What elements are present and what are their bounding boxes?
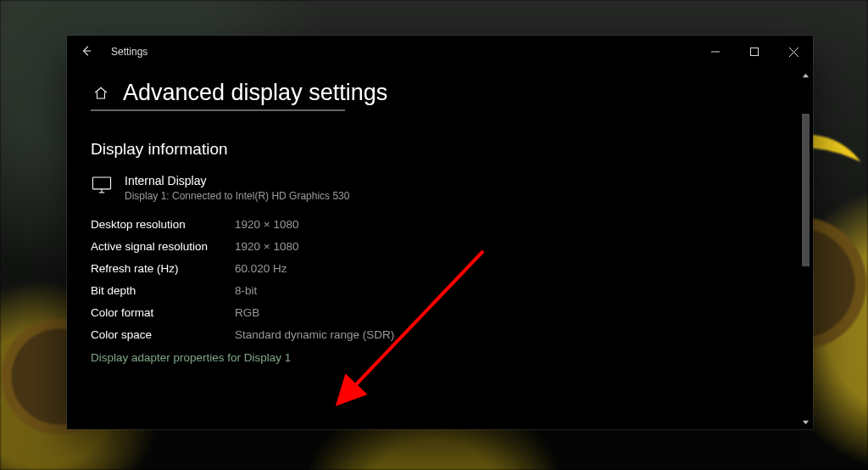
scrollbar-up-button[interactable]	[798, 68, 813, 83]
svg-rect-1	[92, 177, 110, 189]
prop-key: Color format	[91, 302, 235, 324]
home-icon	[93, 86, 108, 101]
prop-key: Bit depth	[91, 280, 235, 302]
monitor-icon	[91, 174, 113, 199]
prop-value: RGB	[235, 302, 259, 324]
prop-refresh-rate: Refresh rate (Hz) 60.020 Hz	[91, 258, 798, 280]
prop-key: Color space	[91, 324, 235, 346]
title-underline	[91, 109, 345, 111]
prop-bit-depth: Bit depth 8-bit	[91, 280, 798, 302]
page-title: Advanced display settings	[123, 80, 387, 106]
prop-color-format: Color format RGB	[91, 302, 798, 324]
display-name: Internal Display	[125, 174, 349, 188]
prop-value: 1920 × 1080	[235, 214, 298, 236]
minimize-button[interactable]	[696, 36, 735, 68]
prop-value: 60.020 Hz	[235, 258, 287, 280]
window-title: Settings	[106, 46, 147, 58]
prop-value: 8-bit	[235, 280, 257, 302]
scrollbar-thumb[interactable]	[802, 114, 810, 266]
home-button[interactable]	[91, 86, 111, 101]
scrollbar[interactable]	[798, 68, 813, 429]
prop-key: Refresh rate (Hz)	[91, 258, 235, 280]
prop-desktop-resolution: Desktop resolution 1920 × 1080	[91, 214, 798, 236]
prop-key: Active signal resolution	[91, 236, 235, 258]
page-content: Advanced display settings Display inform…	[67, 68, 798, 429]
back-button[interactable]	[67, 45, 106, 59]
prop-color-space: Color space Standard dynamic range (SDR)	[91, 324, 798, 346]
prop-value: Standard dynamic range (SDR)	[235, 324, 394, 346]
scrollbar-down-button[interactable]	[798, 414, 813, 429]
section-heading: Display information	[91, 140, 798, 159]
close-button[interactable]	[774, 36, 813, 68]
prop-value: 1920 × 1080	[235, 236, 298, 258]
svg-rect-0	[751, 48, 759, 56]
settings-window: Settings Advanced display settings	[67, 36, 813, 429]
prop-key: Desktop resolution	[91, 214, 235, 236]
prop-active-signal-resolution: Active signal resolution 1920 × 1080	[91, 236, 798, 258]
display-sub: Display 1: Connected to Intel(R) HD Grap…	[125, 190, 349, 202]
display-card: Internal Display Display 1: Connected to…	[91, 174, 798, 202]
window-titlebar: Settings	[67, 36, 813, 68]
display-properties: Desktop resolution 1920 × 1080 Active si…	[91, 214, 798, 346]
scrollbar-track[interactable]	[798, 83, 813, 414]
display-adapter-properties-link[interactable]: Display adapter properties for Display 1	[91, 351, 291, 364]
maximize-button[interactable]	[735, 36, 774, 68]
